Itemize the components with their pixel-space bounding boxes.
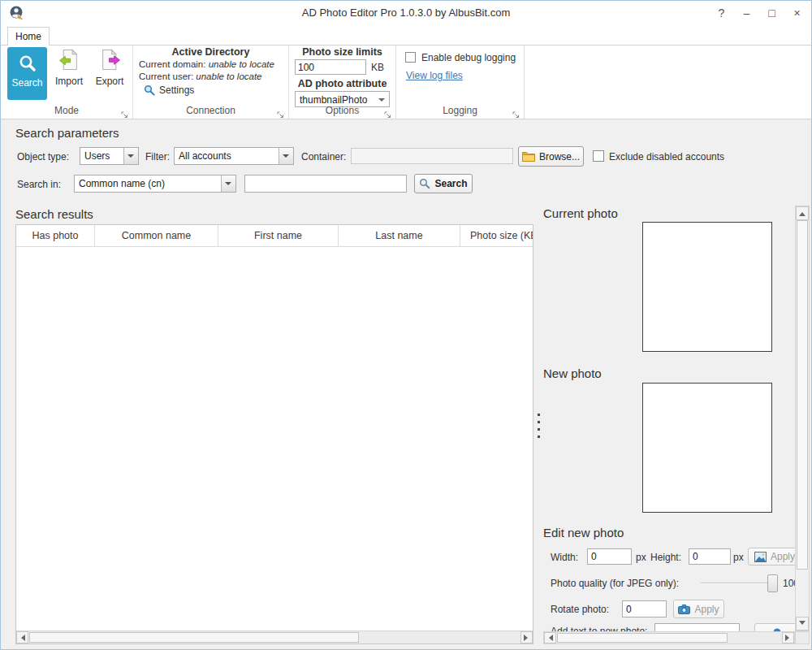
ribbon-group-connection: Active Directory Current domain: unable … (133, 46, 289, 119)
scrollbar-thumb[interactable] (797, 220, 808, 570)
logging-dialog-launcher-icon[interactable] (512, 107, 520, 115)
connection-group-label: Connection (133, 105, 288, 116)
exclude-disabled-checkbox[interactable] (593, 150, 604, 162)
search-text-input[interactable] (244, 175, 407, 193)
chevron-down-icon (378, 98, 385, 105)
rotate-apply-button[interactable]: Apply (673, 600, 724, 618)
settings-magnifier-icon (144, 84, 155, 96)
image-icon (754, 552, 767, 562)
current-user-line: Current user: unable to locate (139, 72, 262, 81)
search-parameters-heading: Search parameters (15, 126, 119, 140)
export-icon (99, 49, 121, 71)
minimize-button[interactable]: – (734, 1, 759, 25)
current-photo-heading: Current photo (543, 206, 618, 220)
column-header-common-name[interactable]: Common name (95, 225, 218, 246)
active-directory-title: Active Directory (133, 46, 288, 58)
rotate-input[interactable] (622, 600, 667, 618)
help-button[interactable]: ? (709, 1, 734, 25)
close-button[interactable]: × (784, 1, 810, 25)
scroll-right-icon[interactable] (520, 631, 533, 644)
import-button[interactable]: Import (50, 49, 88, 87)
panel-vertical-scrollbar[interactable] (795, 206, 810, 631)
slider-handle[interactable] (767, 574, 778, 592)
import-icon (58, 49, 80, 71)
search-button[interactable]: Search (414, 174, 473, 193)
search-in-label: Search in: (17, 179, 61, 190)
resize-apply-button[interactable]: Apply (748, 548, 801, 566)
search-button-label: Search (434, 178, 467, 189)
mode-group-label: Mode (1, 105, 132, 116)
view-log-files-link[interactable]: View log files (406, 70, 463, 81)
height-label: Height: (650, 552, 681, 563)
scroll-right-icon[interactable] (782, 632, 794, 644)
object-type-select[interactable]: Users (80, 147, 139, 165)
rotate-apply-label: Apply (694, 604, 719, 615)
width-input[interactable] (587, 548, 632, 565)
column-header-has-photo[interactable]: Has photo (16, 225, 95, 246)
current-domain-line: Current domain: unable to locate (139, 59, 274, 69)
column-header-last-name[interactable]: Last name (339, 225, 460, 246)
panel-splitter[interactable] (538, 414, 540, 438)
maximize-button[interactable]: □ (759, 1, 784, 25)
column-header-photo-size[interactable]: Photo size (KB) (460, 225, 533, 246)
results-horizontal-scrollbar[interactable] (16, 630, 533, 644)
chevron-down-icon (123, 148, 138, 164)
search-in-select[interactable]: Common name (cn) (74, 175, 236, 193)
photo-size-limit-input[interactable] (295, 59, 366, 75)
scroll-left-icon[interactable] (16, 631, 28, 644)
photo-quality-slider[interactable] (699, 574, 778, 592)
container-label: Container: (301, 151, 346, 162)
container-input[interactable] (351, 148, 513, 164)
camera-icon (678, 604, 690, 614)
browse-label: Browse... (539, 151, 580, 162)
options-group-label: Options (289, 105, 395, 116)
rotate-photo-label: Rotate photo: (551, 604, 609, 615)
folder-icon (522, 151, 535, 162)
export-button[interactable]: Export (91, 49, 128, 87)
ribbon-group-mode: Search Import Export Mode (1, 46, 133, 119)
photo-size-unit-label: KB (371, 62, 384, 73)
column-header-first-name[interactable]: First name (218, 225, 339, 246)
search-results-heading: Search results (15, 207, 93, 221)
ribbon-group-logging: Enable debug logging View log files Logg… (396, 46, 525, 119)
options-dialog-launcher-icon[interactable] (384, 107, 391, 115)
search-icon (17, 54, 38, 75)
scroll-up-icon[interactable] (796, 206, 809, 220)
enable-debug-logging-checkbox[interactable] (405, 52, 416, 63)
height-input[interactable] (689, 548, 731, 565)
window-title: AD Photo Editor Pro 1.0.3.0 by AlbusBit.… (1, 6, 811, 19)
ribbon-group-options: Photo size limits KB AD photo attribute … (289, 46, 396, 119)
exclude-disabled-label: Exclude disabled accounts (609, 151, 724, 162)
connection-dialog-launcher-icon[interactable] (277, 107, 284, 115)
slider-track (701, 583, 773, 584)
filter-value: All accounts (179, 150, 231, 162)
ad-photo-attribute-value: thumbnailPhoto (300, 94, 367, 106)
scrollbar-thumb[interactable] (29, 632, 359, 643)
new-photo-heading: New photo (543, 366, 602, 380)
browse-button[interactable]: Browse... (518, 146, 584, 167)
ad-photo-attribute-title: AD photo attribute (289, 78, 395, 89)
scroll-left-icon[interactable] (544, 632, 556, 644)
search-mode-button[interactable]: Search (7, 47, 47, 100)
ribbon: Search Import Export Mode (1, 46, 811, 119)
chevron-down-icon (279, 148, 293, 164)
panel-horizontal-scrollbar[interactable] (543, 631, 795, 644)
filter-select[interactable]: All accounts (174, 147, 294, 165)
photo-size-limits-title: Photo size limits (289, 46, 395, 58)
resize-apply-label: Apply (771, 551, 795, 562)
import-label: Import (55, 76, 83, 87)
results-table[interactable]: Has photo Common name First name Last na… (15, 224, 533, 644)
tab-home[interactable]: Home (7, 27, 50, 46)
logging-group-label: Logging (396, 105, 524, 116)
scroll-down-icon[interactable] (796, 617, 809, 630)
title-bar: AD Photo Editor Pro 1.0.3.0 by AlbusBit.… (1, 1, 811, 25)
search-icon (419, 178, 430, 189)
scrollbar-corner (795, 631, 810, 644)
new-photo-box (642, 383, 772, 513)
mode-dialog-launcher-icon[interactable] (121, 107, 128, 115)
scrollbar-thumb[interactable] (557, 633, 728, 643)
window-controls: ? – □ × (709, 1, 810, 25)
export-label: Export (96, 76, 124, 87)
settings-button[interactable]: Settings (144, 84, 194, 96)
search-mode-label: Search (11, 77, 42, 89)
